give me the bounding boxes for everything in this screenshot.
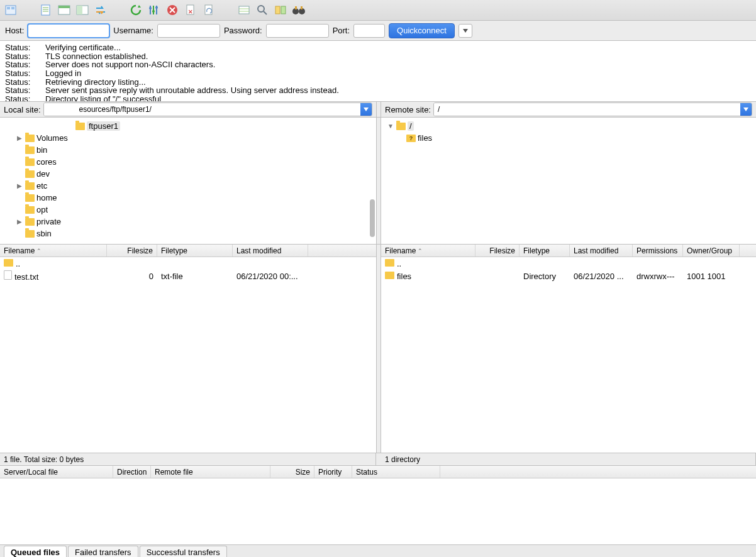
folder-icon [25, 170, 35, 178]
tree-item-name: files [418, 133, 432, 143]
tree-item[interactable]: cores [0, 156, 376, 168]
queue-column-headers[interactable]: Server/Local file Direction Remote file … [0, 466, 756, 478]
disclosure-triangle-icon[interactable]: ▶ [16, 135, 23, 141]
port-label: Port: [333, 26, 350, 35]
site-manager-icon[interactable] [3, 2, 19, 18]
tree-item[interactable]: ▼/ [381, 120, 756, 132]
col-size[interactable]: Size [270, 466, 314, 478]
tree-item-name: etc [36, 181, 47, 190]
remote-tree[interactable]: ▼/?files [381, 118, 756, 244]
username-input[interactable] [157, 24, 220, 38]
col-direction[interactable]: Direction [113, 466, 151, 478]
local-file-list: Filename⌃ Filesize Filetype Last modifie… [0, 245, 376, 453]
local-site-combo[interactable] [43, 102, 372, 116]
col-permissions: Permissions [633, 245, 683, 256]
file-name: files [397, 272, 411, 281]
local-site-label: Local site: [4, 105, 41, 114]
panel-toggle-2-icon[interactable] [74, 2, 91, 18]
quickconnect-history-dropdown[interactable] [459, 24, 472, 38]
list-item[interactable]: .. [0, 257, 376, 270]
delete-file-icon[interactable]: ✕ [182, 2, 199, 18]
remote-list-body[interactable]: ..filesDirectory06/21/2020 ...drwxrwx---… [381, 257, 756, 453]
refresh-icon[interactable] [128, 2, 144, 18]
folder-icon [385, 259, 394, 267]
col-status[interactable]: Status [352, 466, 440, 478]
sync-icon[interactable] [92, 2, 109, 18]
disclosure-triangle-icon[interactable]: ▶ [16, 182, 23, 189]
tree-item[interactable]: ▶private [0, 216, 376, 228]
reconnect-file-icon[interactable] [201, 2, 217, 18]
log-message: TLS connection established. [45, 52, 148, 61]
file-modified: 06/21/2020 00:... [233, 272, 308, 281]
local-column-headers[interactable]: Filename⌃ Filesize Filetype Last modifie… [0, 245, 376, 257]
log-row: Status:Directory listing of "/" successf… [5, 95, 751, 102]
log-message: Retrieving directory listing... [45, 78, 146, 87]
folder-icon [25, 146, 35, 154]
tree-item[interactable]: ▶Volumes [0, 132, 376, 144]
remote-site-input[interactable] [434, 103, 740, 116]
local-site-input[interactable] [44, 103, 360, 116]
vertical-splitter[interactable] [376, 245, 381, 453]
tree-item[interactable]: opt [0, 204, 376, 216]
compare-icon[interactable] [272, 2, 289, 18]
tree-item-name: dev [36, 169, 50, 179]
log-label: Status: [5, 43, 33, 52]
message-log[interactable]: Status:Verifying certificate...Status:TL… [0, 41, 756, 102]
port-input[interactable] [353, 24, 385, 38]
sort-asc-icon: ⌃ [418, 248, 423, 254]
panel-toggle-1-icon[interactable] [56, 2, 72, 18]
tree-item-name: ftpuser1 [87, 121, 120, 131]
quickconnect-bar: Host: Username: Password: Port: Quickcon… [0, 21, 756, 41]
folder-icon [25, 182, 35, 190]
col-filename: Filename⌃ [0, 245, 107, 256]
disclosure-triangle-icon[interactable]: ▶ [16, 218, 23, 225]
vertical-splitter[interactable] [376, 102, 381, 117]
tree-item[interactable]: ▶etc [0, 180, 376, 192]
search-icon[interactable] [254, 2, 270, 18]
binoculars-icon[interactable] [291, 2, 307, 18]
local-list-body[interactable]: ..test.txt0txt-file06/21/2020 00:... [0, 257, 376, 453]
local-tree[interactable]: ftpuser1▶Volumesbincoresdev▶etchomeopt▶p… [0, 118, 376, 244]
tab-failed-transfers[interactable]: Failed transfers [68, 546, 138, 557]
log-message: Directory listing of "/" successful [45, 95, 161, 102]
chevron-down-icon[interactable] [740, 103, 752, 116]
chevron-down-icon[interactable] [360, 103, 372, 116]
svg-rect-23 [239, 6, 249, 14]
tree-item[interactable]: dev [0, 168, 376, 180]
col-priority[interactable]: Priority [314, 466, 352, 478]
log-message: Verifying certificate... [45, 43, 121, 52]
host-input[interactable] [28, 24, 109, 38]
quickconnect-button[interactable]: Quickconnect [389, 23, 455, 38]
svg-rect-33 [301, 6, 303, 9]
folder-icon [25, 158, 35, 166]
password-input[interactable] [266, 24, 329, 38]
tab-successful-transfers[interactable]: Successful transfers [140, 546, 227, 557]
remote-column-headers[interactable]: Filename⌃ Filesize Filetype Last modifie… [381, 245, 756, 257]
vertical-splitter[interactable] [376, 118, 381, 244]
col-server[interactable]: Server/Local file [0, 466, 113, 478]
document-icon[interactable] [38, 2, 54, 18]
col-filename: Filename⌃ [381, 245, 475, 256]
tree-item[interactable]: ?files [381, 132, 756, 144]
remote-site-combo[interactable] [433, 102, 752, 116]
list-view-icon[interactable] [236, 2, 252, 18]
queue-body[interactable] [0, 478, 756, 544]
filter-icon[interactable] [146, 2, 162, 18]
list-item[interactable]: test.txt0txt-file06/21/2020 00:... [0, 270, 376, 282]
disclosure-triangle-icon[interactable]: ▼ [387, 123, 394, 130]
tab-queued-files[interactable]: Queued files [4, 546, 67, 557]
folder-unknown-icon: ? [406, 135, 416, 142]
tree-item-name: home [36, 193, 57, 202]
log-message: Logged in [45, 69, 81, 78]
col-filesize: Filesize [475, 245, 520, 256]
log-label: Status: [5, 60, 33, 69]
tree-item[interactable]: bin [0, 144, 376, 156]
list-item[interactable]: .. [381, 257, 756, 270]
tree-item[interactable]: ftpuser1 [0, 120, 376, 132]
col-remote[interactable]: Remote file [151, 466, 270, 478]
tree-item[interactable]: home [0, 192, 376, 204]
cancel-icon[interactable] [164, 2, 181, 18]
scrollbar-thumb[interactable] [370, 199, 375, 237]
list-item[interactable]: filesDirectory06/21/2020 ...drwxrwx---10… [381, 270, 756, 282]
tree-item[interactable]: sbin [0, 228, 376, 240]
